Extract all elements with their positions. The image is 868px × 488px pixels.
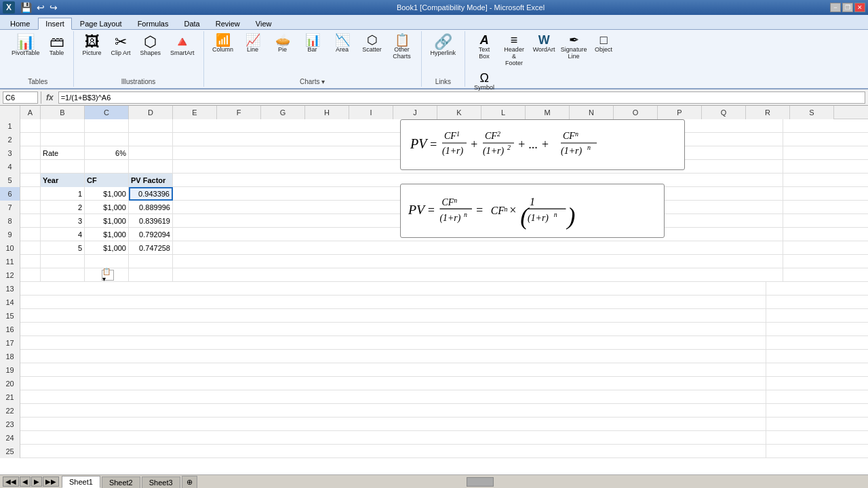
row-header-16[interactable]: 16: [0, 323, 20, 336]
row-header-13[interactable]: 13: [0, 282, 20, 296]
col-header-P[interactable]: P: [658, 106, 702, 119]
row-header-22[interactable]: 22: [0, 404, 20, 418]
row-header-24[interactable]: 24: [0, 431, 20, 445]
pie-chart-button[interactable]: 🥧 Pie: [269, 33, 296, 54]
formula-input[interactable]: [58, 92, 865, 104]
other-charts-button[interactable]: 📋 Other Charts: [389, 33, 416, 61]
area-chart-button[interactable]: 📉 Area: [329, 33, 356, 54]
pivottable-button[interactable]: 📊 PivotTable: [8, 33, 43, 58]
cell-A8[interactable]: [20, 214, 41, 228]
cell-rest-23[interactable]: [20, 418, 766, 431]
cell-C1[interactable]: [85, 119, 129, 133]
cell-B1[interactable]: [41, 119, 85, 133]
row-header-19[interactable]: 19: [0, 363, 20, 377]
col-header-N[interactable]: N: [570, 106, 614, 119]
col-header-S[interactable]: S: [790, 106, 834, 119]
sheet-tab-1[interactable]: Sheet1: [62, 476, 100, 488]
hyperlink-button[interactable]: 🔗 Hyperlink: [427, 33, 460, 58]
column-chart-button[interactable]: 📶 Column: [210, 33, 237, 54]
cell-C11[interactable]: [85, 255, 129, 268]
cell-D12[interactable]: [129, 268, 173, 282]
paste-options-icon[interactable]: 📋▾: [102, 270, 114, 281]
row-header-1[interactable]: 1: [0, 119, 20, 133]
cell-C2[interactable]: [85, 133, 129, 146]
col-header-J[interactable]: J: [393, 106, 437, 119]
cell-B9[interactable]: 4: [41, 228, 85, 241]
cell-rest-14[interactable]: [20, 296, 766, 309]
cell-C5[interactable]: CF: [85, 174, 129, 187]
tab-insert[interactable]: Insert: [38, 18, 72, 30]
cell-B12[interactable]: [41, 268, 85, 282]
row-header-11[interactable]: 11: [0, 255, 20, 268]
line-chart-button[interactable]: 📈 Line: [239, 33, 267, 54]
cell-C8[interactable]: $1,000: [85, 214, 129, 228]
cell-B5[interactable]: Year: [41, 174, 85, 187]
row-header-7[interactable]: 7: [0, 201, 20, 214]
cell-D7[interactable]: 0.889996: [129, 201, 173, 214]
cell-C10[interactable]: $1,000: [85, 241, 129, 255]
row-header-14[interactable]: 14: [0, 296, 20, 309]
cell-D1[interactable]: [129, 119, 173, 133]
cell-rest-20[interactable]: [20, 377, 766, 390]
cell-C6[interactable]: $1,000: [85, 187, 129, 201]
row-header-25[interactable]: 25: [0, 445, 20, 458]
cell-A3[interactable]: [20, 146, 41, 160]
cell-C9[interactable]: $1,000: [85, 228, 129, 241]
cell-B2[interactable]: [41, 133, 85, 146]
tab-formulas[interactable]: Formulas: [130, 18, 176, 29]
scatter-chart-button[interactable]: ⬡ Scatter: [359, 33, 386, 54]
cell-rest-13[interactable]: [20, 282, 766, 296]
cell-rest-22[interactable]: [20, 404, 766, 418]
restore-button[interactable]: ❐: [842, 3, 853, 12]
symbol-button[interactable]: Ω Symbol: [471, 70, 498, 92]
cell-rest-16[interactable]: [20, 323, 766, 336]
col-header-F[interactable]: F: [217, 106, 261, 119]
tab-review[interactable]: Review: [208, 18, 248, 29]
col-header-B[interactable]: B: [41, 106, 85, 119]
row-header-21[interactable]: 21: [0, 390, 20, 404]
minimize-button[interactable]: −: [830, 3, 841, 12]
row-header-17[interactable]: 17: [0, 336, 20, 350]
tab-data[interactable]: Data: [176, 18, 207, 29]
cell-C3[interactable]: 6%: [85, 146, 129, 160]
picture-button[interactable]: 🖼 Picture: [79, 33, 105, 58]
cell-D2[interactable]: [129, 133, 173, 146]
cell-B8[interactable]: 3: [41, 214, 85, 228]
cell-B10[interactable]: 5: [41, 241, 85, 255]
row-header-9[interactable]: 9: [0, 228, 20, 241]
cell-D4[interactable]: [129, 160, 173, 174]
row-header-20[interactable]: 20: [0, 377, 20, 390]
row-header-8[interactable]: 8: [0, 214, 20, 228]
tab-page-layout[interactable]: Page Layout: [73, 18, 130, 29]
row-header-15[interactable]: 15: [0, 309, 20, 323]
cell-rest-11[interactable]: [173, 255, 783, 268]
smartart-button[interactable]: 🔺 SmartArt: [167, 33, 198, 58]
shapes-button[interactable]: ⬡ Shapes: [137, 33, 165, 58]
cell-A7[interactable]: [20, 201, 41, 214]
col-header-I[interactable]: I: [349, 106, 393, 119]
col-header-A[interactable]: A: [20, 106, 41, 119]
cell-A12[interactable]: [20, 268, 41, 282]
save-quick-btn[interactable]: 💾: [19, 1, 33, 14]
row-header-6[interactable]: 6: [0, 187, 20, 201]
close-button[interactable]: ✕: [854, 3, 865, 12]
table-button[interactable]: 🗃 Table: [46, 33, 68, 58]
redo-quick-btn[interactable]: ↪: [48, 1, 59, 14]
cell-C4[interactable]: [85, 160, 129, 174]
col-header-M[interactable]: M: [526, 106, 570, 119]
cell-B3[interactable]: Rate: [41, 146, 85, 160]
horizontal-scrollbar-track[interactable]: [199, 475, 868, 488]
cell-A10[interactable]: [20, 241, 41, 255]
object-button[interactable]: □ Object: [590, 33, 617, 54]
cell-B7[interactable]: 2: [41, 201, 85, 214]
col-header-R[interactable]: R: [746, 106, 790, 119]
cell-rest-15[interactable]: [20, 309, 766, 323]
signature-line-button[interactable]: ✒ Signature Line: [560, 33, 587, 61]
row-header-10[interactable]: 10: [0, 241, 20, 255]
row-header-4[interactable]: 4: [0, 160, 20, 174]
col-header-G[interactable]: G: [261, 106, 305, 119]
sheet-nav-next[interactable]: ▶: [31, 476, 42, 487]
cell-rest-21[interactable]: [20, 390, 766, 404]
undo-quick-btn[interactable]: ↩: [35, 1, 46, 14]
cell-rest-17[interactable]: [20, 336, 766, 350]
